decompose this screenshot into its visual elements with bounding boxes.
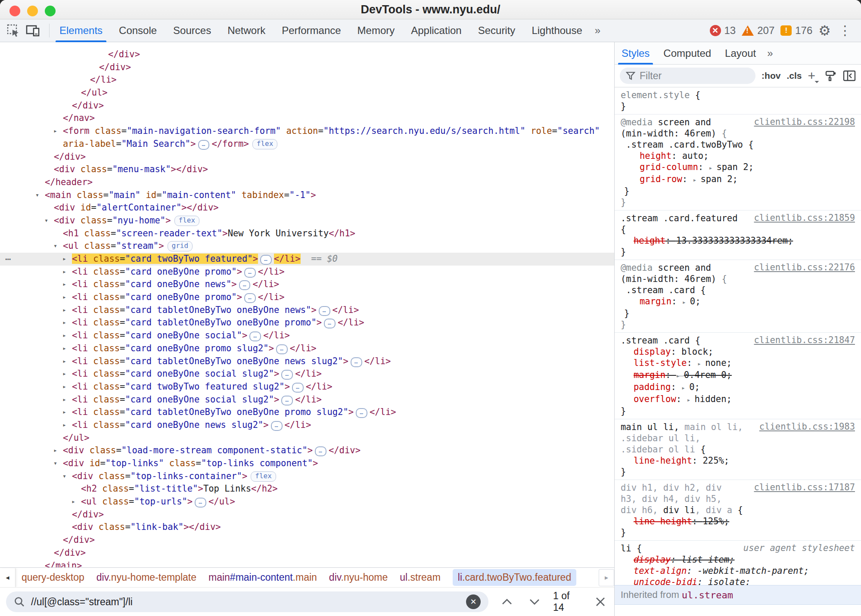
dom-tree-row[interactable]: ▾<div id="top-links" class="top-links co… xyxy=(0,457,614,470)
dom-tree-row[interactable]: ▸<li class="card oneByOne social slug2">… xyxy=(0,393,614,406)
css-declaration[interactable]: height: 13.333333333333334rem; xyxy=(621,235,855,246)
css-declaration[interactable]: display: block; xyxy=(621,346,855,357)
css-declaration[interactable]: height: auto; xyxy=(621,150,855,161)
css-rule-line[interactable]: } xyxy=(621,308,855,319)
expand-ellipsis-button[interactable]: … xyxy=(276,344,288,354)
dom-tree-row[interactable]: ▸<li class="card oneByOne promo slug2">…… xyxy=(0,342,614,355)
css-source-link[interactable]: clientlib.css:22198 xyxy=(754,117,855,127)
dom-tree-row[interactable]: <div class="menu-mask"></div> xyxy=(0,163,614,176)
new-style-rule-button[interactable]: + xyxy=(808,68,819,83)
css-rule[interactable]: clientlib.css:21847.stream .card {displa… xyxy=(615,333,861,419)
minimize-button[interactable] xyxy=(27,6,38,16)
css-rule[interactable]: user agent stylesheetli {display: list-i… xyxy=(615,541,861,585)
disclosure-triangle-icon[interactable]: ▸ xyxy=(62,355,66,368)
dom-tree-row[interactable]: </li> xyxy=(0,74,614,87)
dom-tree-row[interactable]: <div class="link-bak"></div> xyxy=(0,521,614,534)
css-rule-line[interactable]: } xyxy=(621,246,855,257)
node-menu-icon[interactable]: ⋯ xyxy=(5,253,12,266)
css-source-link[interactable]: clientlib.css:21859 xyxy=(754,213,855,223)
close-search-icon[interactable] xyxy=(593,597,608,607)
breadcrumb-item-0[interactable]: query-desktop xyxy=(22,569,84,586)
dom-tree-row[interactable]: ▸<li class="card oneByOne social slug2">… xyxy=(0,368,614,381)
css-rule-line[interactable]: div h6, div li, div a { xyxy=(621,505,855,516)
dom-tree-row[interactable]: ▾<ul class="stream">grid xyxy=(0,240,614,253)
zoom-button[interactable] xyxy=(45,6,56,16)
dom-tree-row[interactable]: ▸<li class="card oneByOne news">…</li> xyxy=(0,278,614,291)
css-rule-line[interactable]: } xyxy=(621,186,855,197)
css-declaration[interactable]: grid-row: ▸ span 2; xyxy=(621,173,855,186)
more-options-icon[interactable]: ⋮ xyxy=(837,24,853,37)
dom-tree-row[interactable]: ▾<div class="nyu-home">flex xyxy=(0,214,614,227)
css-rule[interactable]: element.style {} xyxy=(615,87,861,115)
dom-tree-row[interactable]: ▸<form class="main-navigation-search-for… xyxy=(0,125,614,138)
dom-tree-row[interactable]: <div id="alertContainer"></div> xyxy=(0,201,614,214)
dom-tree-row[interactable]: ▸<div class="load-more-stream component-… xyxy=(0,444,614,457)
expand-ellipsis-button[interactable]: … xyxy=(244,293,256,303)
css-rule[interactable]: clientlib.css:17187div h1, div h2, divh3… xyxy=(615,480,861,541)
dom-tree-row[interactable]: ▸<li class="card tabletOneByTwo oneByOne… xyxy=(0,316,614,329)
css-rule-line[interactable]: } xyxy=(621,319,855,330)
breadcrumb-scroll-right-button[interactable]: ▸ xyxy=(599,569,614,586)
expand-ellipsis-button[interactable]: … xyxy=(324,319,336,328)
disclosure-triangle-icon[interactable]: ▸ xyxy=(71,495,75,508)
expand-ellipsis-button[interactable]: … xyxy=(351,357,362,367)
sidebar-tab-layout[interactable]: Layout xyxy=(718,42,763,65)
issues-badge[interactable]: ! 176 xyxy=(780,25,812,37)
css-rule-line[interactable]: element.style { xyxy=(621,90,855,101)
css-rule-line[interactable]: .sidebar ul li, xyxy=(621,433,855,444)
breadcrumb-item-4[interactable]: ul.stream xyxy=(400,569,441,586)
expand-ellipsis-button[interactable]: … xyxy=(239,280,251,290)
dom-tree-row[interactable]: <h2 class="list-title">Top Links</h2> xyxy=(0,483,614,495)
flex-badge[interactable]: flex xyxy=(251,471,276,482)
css-declaration[interactable]: grid-column: ▸ span 2; xyxy=(621,161,855,173)
flex-badge[interactable]: flex xyxy=(174,216,200,226)
inherited-selector[interactable]: ul.stream xyxy=(682,590,733,601)
disclosure-triangle-icon[interactable]: ▸ xyxy=(53,125,57,138)
tab-console[interactable]: Console xyxy=(111,19,165,42)
css-rule-line[interactable]: } xyxy=(621,197,855,208)
disclosure-triangle-icon[interactable]: ▸ xyxy=(62,266,66,279)
dom-tree-row[interactable]: aria-label="Main Search">…</form>flex xyxy=(0,138,614,151)
dom-tree-row[interactable]: </div> xyxy=(0,508,614,521)
sidebar-tab-styles[interactable]: Styles xyxy=(615,42,656,65)
sidebar-tab-computed[interactable]: Computed xyxy=(656,42,718,65)
expand-ellipsis-button[interactable]: … xyxy=(271,421,283,431)
dom-tree-row[interactable]: </div> xyxy=(0,547,614,560)
dom-tree-row[interactable]: ▸<li class="card oneByOne news slug2">…<… xyxy=(0,419,614,432)
toggle-sidebar-icon[interactable] xyxy=(843,70,856,82)
disclosure-triangle-icon[interactable]: ▾ xyxy=(62,470,66,483)
css-source-link[interactable]: clientlib.css:21847 xyxy=(754,335,855,345)
dom-tree-row[interactable]: </ul> xyxy=(0,87,614,99)
dom-tree-row[interactable]: <h1 class="screen-reader-text">New York … xyxy=(0,227,614,240)
dom-tree-row[interactable]: ▸<ul class="top-urls">…</ul> xyxy=(0,495,614,508)
disclosure-triangle-icon[interactable]: ▸ xyxy=(53,444,57,457)
disclosure-triangle-icon[interactable]: ▸ xyxy=(62,278,66,291)
css-declaration[interactable]: text-align: -webkit-match-parent; xyxy=(621,565,855,576)
more-tabs-icon[interactable]: » xyxy=(591,25,603,37)
css-rule-line[interactable]: } xyxy=(621,527,855,538)
disclosure-triangle-icon[interactable]: ▸ xyxy=(62,419,66,432)
css-rule[interactable]: clientlib.css:21859.stream .card.feature… xyxy=(615,210,861,260)
disclosure-triangle-icon[interactable]: ▸ xyxy=(62,316,66,329)
dom-tree-row[interactable]: ▸<li class="card tabletOneByTwo oneByOne… xyxy=(0,355,614,368)
dom-tree-row[interactable]: ▸<li class="card tabletOneByTwo oneByOne… xyxy=(0,304,614,317)
dom-tree-row[interactable]: ▾<div class="top-links-container">flex xyxy=(0,470,614,483)
expand-ellipsis-button[interactable]: … xyxy=(281,370,293,380)
breadcrumb-scroll-left-button[interactable]: ◂ xyxy=(0,568,16,587)
expand-ellipsis-button[interactable]: … xyxy=(198,140,210,150)
tab-sources[interactable]: Sources xyxy=(165,19,219,42)
dom-tree-row[interactable]: ▾<main class="main" id="main-content" ta… xyxy=(0,189,614,202)
dom-tree-row[interactable]: ▸<li class="card oneByOne social">…</li> xyxy=(0,329,614,342)
css-rule-line[interactable]: h3, div h4, div h5, xyxy=(621,493,855,505)
css-rule-line[interactable]: { xyxy=(621,224,855,235)
rendering-emulation-icon[interactable] xyxy=(825,70,837,82)
disclosure-triangle-icon[interactable]: ▾ xyxy=(53,240,57,253)
dom-tree-row[interactable]: ▸<li class="card tabletOneByTwo oneByOne… xyxy=(0,406,614,419)
dom-tree-row[interactable]: ▸<li class="card twoByTwo featured slug2… xyxy=(0,381,614,393)
toggle-pseudo-state-button[interactable]: :hov xyxy=(762,71,780,81)
inspect-element-icon[interactable] xyxy=(7,24,20,37)
css-rule-line[interactable]: } xyxy=(621,101,855,112)
dom-search-input[interactable]: //ul[@class="stream"]/li ✕ xyxy=(6,591,488,612)
css-source-link[interactable]: clientlib.css:17187 xyxy=(754,482,855,492)
tab-application[interactable]: Application xyxy=(403,19,469,42)
